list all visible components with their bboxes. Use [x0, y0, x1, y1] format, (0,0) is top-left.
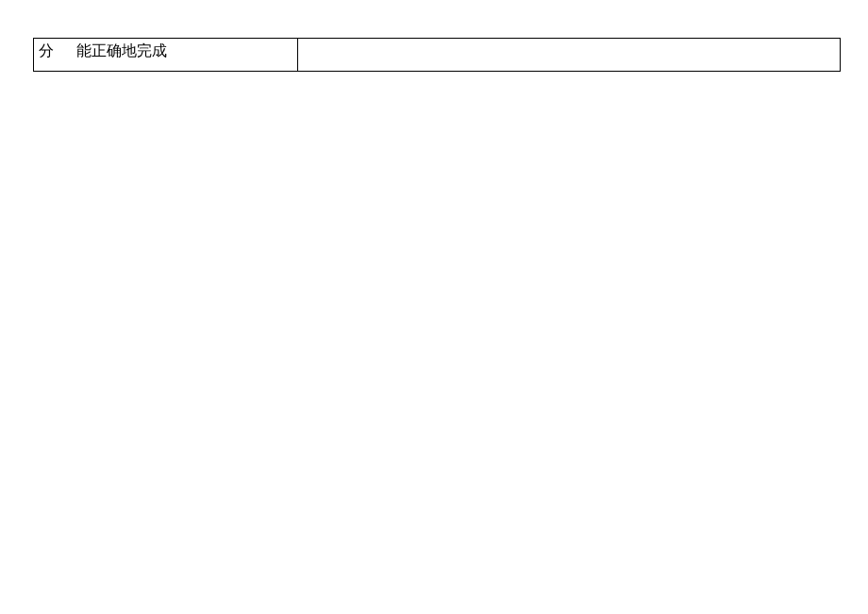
table-cell-right	[298, 39, 840, 71]
table: 分 能正确地完成	[33, 38, 841, 72]
cell-text-col2: 能正确地完成	[76, 41, 167, 61]
table-row: 分 能正确地完成	[34, 39, 840, 71]
table-cell-left: 分 能正确地完成	[34, 39, 298, 71]
cell-text-col1: 分	[39, 41, 76, 61]
